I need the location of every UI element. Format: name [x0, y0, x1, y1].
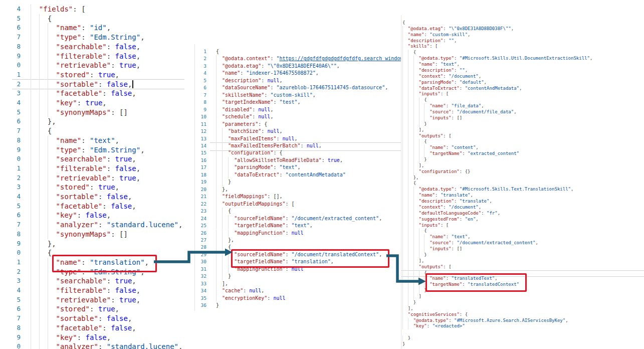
indent-guide: [408, 258, 408, 264]
line-number: 19: [195, 179, 207, 186]
line-number: 39: [17, 333, 21, 342]
indent-guide: [48, 61, 48, 70]
line-number: 13: [195, 135, 207, 142]
line-number: 7: [17, 33, 21, 42]
indent-guide: [408, 74, 408, 80]
code-line: 16 "allowSkillsetToReadFileData": true,: [195, 157, 404, 164]
indent-guide: [48, 98, 48, 108]
index-fields-panel[interactable]: 4 "fields": [5 {6 "name": "id",7 "type":…: [0, 0, 184, 349]
indent-guide: [402, 109, 403, 115]
indent-guide: [39, 342, 40, 349]
line-number: 11: [17, 70, 21, 80]
indent-guide: [48, 211, 48, 220]
indent-guide: [39, 14, 40, 24]
indent-guide: [48, 304, 48, 314]
line-number: 7: [195, 92, 207, 99]
indent-guide: [424, 151, 424, 157]
line-number: 38: [17, 323, 21, 333]
indent-guide: [216, 222, 217, 229]
line-number: 37: [17, 314, 21, 323]
code-line: "@odata.type": "#Microsoft.Skills.Text.T…: [401, 187, 644, 193]
indent-guide: [402, 157, 403, 163]
indent-guide: [402, 211, 403, 217]
indent-guide: [413, 74, 414, 80]
indent-guide: [419, 115, 419, 121]
indent-guide: [222, 230, 223, 237]
line-number: 16: [17, 117, 21, 126]
code-line: "inputs": [: [401, 91, 644, 97]
indent-guide: [48, 192, 48, 202]
code-line: 18 "name": "text",: [0, 136, 184, 145]
indent-guide: [48, 314, 48, 323]
indent-guide: [402, 151, 403, 157]
indent-guide: [402, 38, 403, 44]
indent-guide: [413, 86, 414, 92]
code-line: 15 "synonymMaps": []: [0, 108, 184, 117]
code-line: "outputs": [: [401, 264, 644, 270]
code-line: "description": "",: [401, 38, 644, 44]
indent-guide: [48, 286, 48, 295]
line-number: 18: [195, 171, 207, 179]
indent-guide: [39, 42, 40, 52]
indent-guide: [39, 23, 40, 33]
indent-guide: [31, 42, 31, 52]
indent-guide: [402, 115, 403, 121]
indent-guide: [402, 199, 403, 205]
indent-guide: [216, 251, 217, 258]
indent-guide: [408, 121, 408, 127]
indent-guide: [402, 205, 403, 211]
indent-guide: [216, 63, 217, 70]
indent-guide: [39, 267, 40, 277]
line-number: 23: [17, 183, 21, 192]
code-line: 4 "fields": [: [0, 5, 184, 14]
indent-guide: [31, 33, 31, 42]
code-line: 17 "parsingMode": "text",: [195, 164, 404, 171]
indent-guide: [413, 199, 414, 205]
indent-guide: [48, 173, 48, 183]
indent-guide: [424, 282, 424, 288]
indent-guide: [413, 217, 414, 223]
indent-guide: [228, 171, 229, 179]
line-number: 16: [195, 157, 207, 164]
indent-guide: [39, 192, 40, 202]
indent-guide: [402, 335, 403, 341]
indent-guide: [216, 244, 217, 251]
indent-guide: [402, 32, 403, 38]
indent-guide: [408, 175, 408, 181]
indent-guide: [31, 5, 31, 14]
indent-guide: [39, 70, 40, 80]
indent-guide: [408, 97, 408, 103]
line-number: 35: [195, 295, 207, 302]
indexer-json-panel[interactable]: 1{2 "@odata.context": "https://gdgfdfgdg…: [194, 44, 404, 311]
indent-guide: [31, 89, 31, 98]
line-number: 27: [17, 220, 21, 230]
indent-guide: [216, 113, 217, 120]
code-line: 7 "type": "Edm.String",: [0, 33, 184, 42]
indent-guide: [48, 323, 48, 333]
code-line: 9 "filterable": false,: [0, 52, 184, 61]
indent-guide: [413, 80, 414, 86]
code-line: 11 "stored": true,: [0, 70, 184, 80]
code-line: ],: [401, 163, 644, 169]
indent-guide: [408, 246, 408, 252]
indent-guide: [413, 270, 414, 276]
indent-guide: [408, 300, 408, 306]
indent-guide: [402, 288, 403, 294]
line-number: 40: [17, 342, 21, 349]
code-line: "outputs": [: [401, 133, 644, 139]
indent-guide: [216, 135, 217, 142]
skillset-json-panel[interactable]: { "@odata.etag": "\"0x8DE31A8D8BD038F\""…: [401, 15, 644, 349]
indent-guide: [413, 276, 414, 282]
indent-guide: [48, 154, 48, 164]
line-number: 6: [195, 84, 207, 91]
code-line: 22 "outputFieldMappings": [: [195, 201, 404, 208]
line-number: 1: [195, 48, 207, 55]
indent-guide: [424, 246, 424, 252]
indent-guide: [408, 157, 408, 163]
line-number: 24: [17, 192, 21, 202]
indent-guide: [39, 33, 40, 42]
indent-guide: [216, 84, 217, 91]
indent-guide: [424, 276, 424, 282]
indent-guide: [413, 133, 414, 139]
indent-guide: [39, 98, 40, 108]
